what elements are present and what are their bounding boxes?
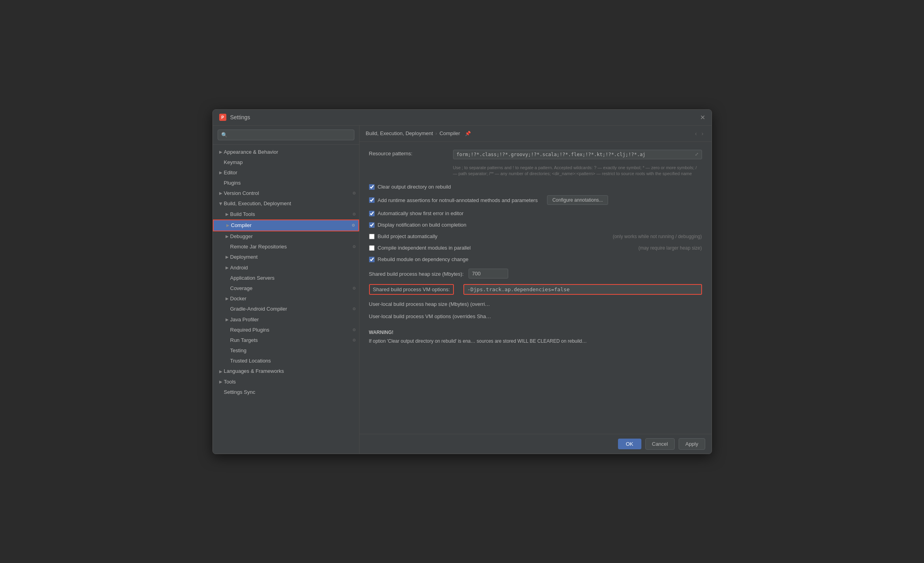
expand-arrow: ▶ [218,190,224,197]
sidebar-item-label: Version Control [224,190,259,197]
sidebar-item-settings-sync[interactable]: ▶ Settings Sync [213,387,359,397]
breadcrumb-pin-icon: 📌 [465,131,471,136]
sidebar-item-compiler[interactable]: ▶ Compiler ⚙ [213,219,359,231]
checkbox-compile-parallel-note: (may require larger heap size) [638,245,702,251]
sidebar-item-build-execution-deployment[interactable]: ▶ Build, Execution, Deployment [213,198,359,209]
sidebar-item-docker[interactable]: ▶ Docker [213,294,359,304]
sidebar-item-label: Languages & Frameworks [224,368,284,375]
checkbox-runtime-assertions-input[interactable] [369,197,375,203]
sidebar-item-application-servers[interactable]: ▶ Application Servers [213,273,359,283]
sidebar-item-label: Trusted Locations [230,357,271,365]
breadcrumb-separator: › [435,130,437,136]
checkbox-clear-output-input[interactable] [369,184,375,190]
sidebar-item-keymap[interactable]: ▶ Keymap [213,157,359,168]
checkbox-rebuild-dependency-label: Rebuild module on dependency change [378,256,469,262]
breadcrumb-current: Compiler [440,130,460,136]
sidebar-item-label: Build Tools [230,211,255,218]
heap-size-row: Shared build process heap size (Mbytes): [369,269,702,279]
checkbox-rebuild-dependency: Rebuild module on dependency change [369,256,702,263]
close-button[interactable]: ✕ [700,114,705,121]
checkbox-display-notification: Display notification on build completion [369,221,702,229]
vm-options-input[interactable] [463,284,702,295]
expand-arrow: ▶ [225,222,231,229]
breadcrumb-parent: Build, Execution, Deployment [366,130,433,136]
heap-size-input[interactable] [469,269,508,279]
checkbox-display-notification-label: Display notification on build completion [378,222,467,228]
expand-icon[interactable]: ⤢ [695,152,698,157]
breadcrumb-nav: ‹ › [693,130,705,137]
checkbox-runtime-assertions-label: Add runtime assertions for notnull-annot… [378,197,538,203]
dialog-title: Settings [230,114,251,120]
sidebar-item-deployment[interactable]: ▶ Deployment [213,252,359,262]
expand-arrow: ▶ [224,233,230,240]
sidebar-item-run-targets[interactable]: ▶ Run Targets ⚙ [213,335,359,345]
sidebar-item-label: Gradle-Android Compiler [230,305,287,313]
settings-icon: ⚙ [352,306,356,312]
user-vm-label: User-local build process VM options (ove… [369,313,492,319]
sidebar-item-required-plugins[interactable]: ▶ Required Plugins ⚙ [213,325,359,335]
sidebar-item-gradle-android-compiler[interactable]: ▶ Gradle-Android Compiler ⚙ [213,304,359,314]
checkbox-compile-parallel-input[interactable] [369,245,375,251]
dialog-body: ▶ Appearance & Behavior ▶ Keymap ▶ Edito… [213,126,712,454]
sidebar-item-remote-jar-repositories[interactable]: ▶ Remote Jar Repositories ⚙ [213,242,359,252]
sidebar-item-build-tools[interactable]: ▶ Build Tools ⚙ [213,209,359,219]
expand-arrow: ▶ [218,379,224,385]
sidebar-item-appearance-behavior[interactable]: ▶ Appearance & Behavior [213,147,359,157]
sidebar-item-coverage[interactable]: ▶ Coverage ⚙ [213,283,359,294]
warning-box: WARNING! If option 'Clear output directo… [369,329,702,345]
expand-arrow: ▶ [224,254,230,260]
search-input[interactable] [218,130,354,140]
checkbox-display-notification-input[interactable] [369,222,375,228]
sidebar-item-editor[interactable]: ▶ Editor [213,168,359,178]
sidebar-item-label: Keymap [224,159,243,166]
apply-button[interactable]: Apply [679,438,705,450]
sidebar-item-tools[interactable]: ▶ Tools [213,377,359,387]
checkbox-build-automatically-input[interactable] [369,234,375,239]
sidebar-item-languages-frameworks[interactable]: ▶ Languages & Frameworks [213,366,359,376]
checkbox-clear-output: Clear output directory on rebuild [369,183,702,191]
settings-icon: ⚙ [352,212,356,217]
sidebar-item-label: Java Profiler [230,316,259,323]
checkbox-clear-output-label: Clear output directory on rebuild [378,184,451,190]
settings-icon: ⚙ [352,191,356,196]
expand-arrow: ▶ [218,149,224,155]
sidebar-item-testing[interactable]: ▶ Testing [213,345,359,356]
breadcrumb-forward-button[interactable]: › [700,130,705,137]
ok-button[interactable]: OK [618,439,641,449]
cancel-button[interactable]: Cancel [645,438,675,450]
content-area: Resource patterns: form;!?*.class;!?*.gr… [360,142,712,434]
sidebar-item-label: Debugger [230,233,253,240]
sidebar-item-debugger[interactable]: ▶ Debugger [213,231,359,242]
sidebar-item-label: Compiler [231,222,252,229]
checkbox-build-automatically-label: Build project automatically [378,233,438,239]
checkbox-build-automatically-note: (only works while not running / debuggin… [613,234,702,239]
sidebar-item-label: Deployment [230,254,258,261]
sidebar-item-version-control[interactable]: ▶ Version Control ⚙ [213,188,359,198]
breadcrumb-back-button[interactable]: ‹ [693,130,698,137]
sidebar: ▶ Appearance & Behavior ▶ Keymap ▶ Edito… [213,126,360,454]
resource-patterns-input[interactable]: form;!?*.class;!?*.groovy;!?*.scala;!?*.… [453,150,702,159]
sidebar-item-java-profiler[interactable]: ▶ Java Profiler [213,315,359,325]
title-bar: P Settings ✕ [213,110,712,126]
sidebar-item-label: Remote Jar Repositories [230,243,287,250]
configure-annotations-button[interactable]: Configure annotations... [547,195,608,205]
checkbox-rebuild-dependency-input[interactable] [369,257,375,262]
sidebar-item-android[interactable]: ▶ Android [213,263,359,273]
sidebar-item-label: Testing [230,347,247,354]
expand-arrow: ▶ [224,265,230,271]
checkbox-show-first-error-input[interactable] [369,211,375,216]
resource-patterns-hint: Use ; to separate patterns and ! to nega… [453,165,702,177]
sidebar-item-trusted-locations[interactable]: ▶ Trusted Locations [213,356,359,366]
main-content: Build, Execution, Deployment › Compiler … [360,126,712,454]
settings-icon: ⚙ [352,244,356,250]
sidebar-item-label: Docker [230,295,247,302]
settings-icon: ⚙ [352,286,356,291]
sidebar-item-plugins[interactable]: ▶ Plugins [213,178,359,188]
search-box [213,126,359,145]
dialog-footer: OK Cancel Apply [360,434,712,454]
sidebar-item-label: Editor [224,169,237,176]
user-vm-row: User-local build process VM options (ove… [369,313,702,319]
sidebar-item-label: Tools [224,378,236,386]
checkbox-show-first-error-label: Automatically show first error in editor [378,210,464,216]
sidebar-item-label: Plugins [224,179,241,187]
